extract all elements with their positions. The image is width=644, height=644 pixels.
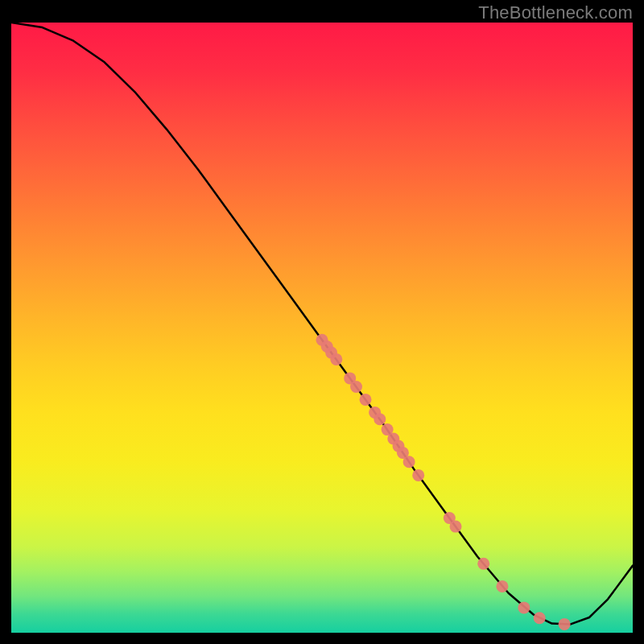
data-marker	[360, 394, 372, 406]
data-marker	[518, 601, 530, 613]
data-marker	[496, 580, 508, 592]
data-marker	[412, 469, 424, 481]
chart-svg	[11, 23, 633, 633]
data-marker	[450, 521, 462, 533]
data-marker	[330, 353, 342, 365]
chart-container: TheBottleneck.com	[0, 0, 644, 644]
data-marker	[374, 413, 386, 425]
plot-area	[11, 23, 633, 633]
data-marker	[477, 558, 489, 570]
data-marker	[534, 612, 546, 624]
data-marker	[559, 618, 571, 630]
data-marker	[350, 381, 362, 393]
watermark-text: TheBottleneck.com	[478, 2, 633, 23]
data-markers	[316, 334, 571, 630]
bottleneck-curve	[11, 23, 633, 624]
data-marker	[403, 456, 415, 468]
